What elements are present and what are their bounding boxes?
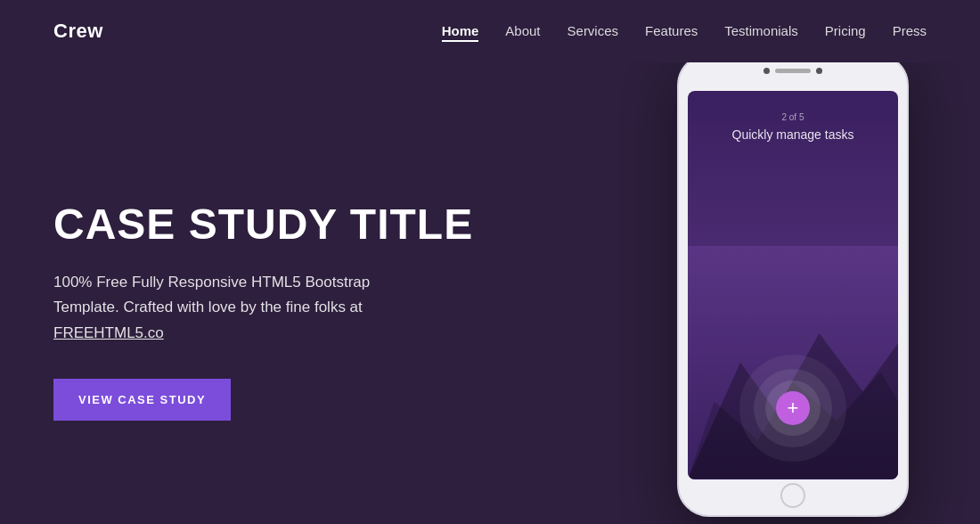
nav-item-pricing[interactable]: Pricing: [825, 23, 866, 39]
hero-section: CASE STUDY TITLE 100% Free Fully Respons…: [0, 62, 980, 524]
hero-title: CASE STUDY TITLE: [53, 201, 473, 249]
nav-link-press[interactable]: Press: [893, 23, 927, 38]
nav-link-home[interactable]: Home: [442, 23, 479, 42]
brand-logo[interactable]: Crew: [53, 20, 103, 43]
phone-speaker-icon: [775, 69, 811, 73]
nav-item-about[interactable]: About: [505, 23, 540, 39]
phone-top-bar: [764, 68, 822, 74]
phone-home-button[interactable]: [780, 483, 805, 508]
nav-links: Home About Services Features Testimonial…: [442, 23, 927, 39]
add-task-button[interactable]: +: [776, 391, 810, 425]
navbar: Crew Home About Services Features Testim…: [0, 0, 980, 62]
hero-desc-line2: Template. Crafted with love by the fine …: [53, 299, 363, 315]
nav-link-pricing[interactable]: Pricing: [825, 23, 866, 38]
phone-frame: 2 of 5 Quickly manage tasks +: [677, 62, 909, 517]
phone-task-text: Quickly manage tasks: [732, 127, 854, 142]
nav-link-features[interactable]: Features: [645, 23, 698, 38]
phone-sensor-icon: [816, 68, 822, 74]
phone-screen-inner: 2 of 5 Quickly manage tasks +: [688, 91, 898, 479]
phone-text-area: 2 of 5 Quickly manage tasks: [732, 91, 854, 142]
hero-description: 100% Free Fully Responsive HTML5 Bootstr…: [53, 270, 473, 348]
cta-button[interactable]: VIEW CASE STUDY: [53, 379, 231, 421]
nav-item-testimonials[interactable]: Testimonials: [724, 23, 798, 39]
phone-camera-icon: [764, 68, 770, 74]
phone-mockup: 2 of 5 Quickly manage tasks +: [677, 62, 909, 517]
nav-item-press[interactable]: Press: [893, 23, 927, 39]
nav-link-about[interactable]: About: [505, 23, 540, 38]
nav-link-services[interactable]: Services: [568, 23, 619, 38]
hero-desc-line1: 100% Free Fully Responsive HTML5 Bootstr…: [53, 274, 370, 291]
hero-content: CASE STUDY TITLE 100% Free Fully Respons…: [53, 201, 473, 421]
nav-item-features[interactable]: Features: [645, 23, 698, 39]
nav-item-home[interactable]: Home: [442, 23, 479, 39]
phone-counter: 2 of 5: [732, 112, 854, 122]
nav-item-services[interactable]: Services: [568, 23, 619, 39]
hero-desc-link[interactable]: FREEHTML5.co: [53, 324, 164, 341]
phone-screen: 2 of 5 Quickly manage tasks +: [688, 91, 898, 479]
nav-link-testimonials[interactable]: Testimonials: [724, 23, 798, 38]
